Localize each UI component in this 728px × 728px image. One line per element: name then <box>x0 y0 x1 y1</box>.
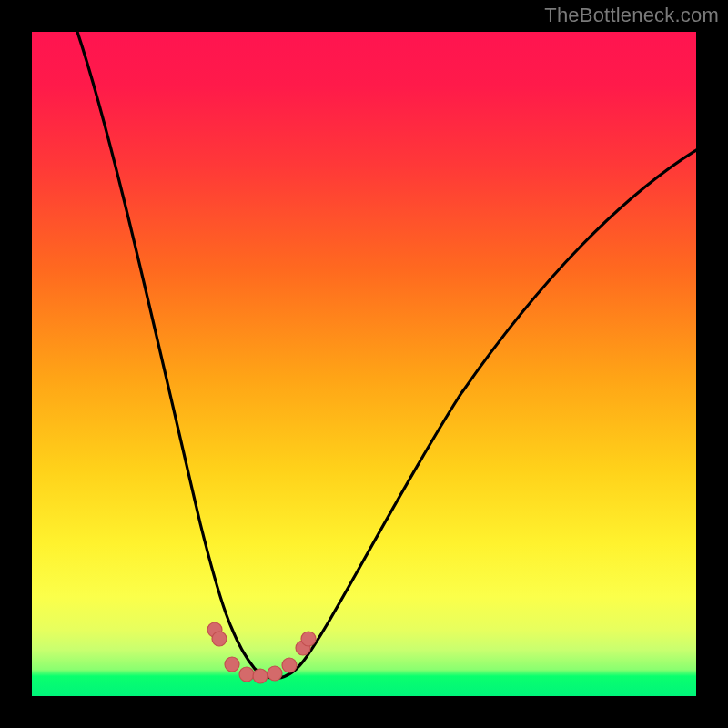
marker-dot <box>268 666 282 681</box>
marker-dot <box>282 658 297 672</box>
marker-dot <box>225 657 239 672</box>
chart-frame: TheBottleneck.com <box>0 0 728 728</box>
marker-dot <box>239 667 254 682</box>
bottleneck-curve-svg <box>32 32 696 696</box>
trough-markers <box>207 622 316 683</box>
watermark-text: TheBottleneck.com <box>544 4 719 27</box>
plot-area <box>32 32 696 696</box>
marker-dot <box>301 632 316 646</box>
marker-dot <box>212 632 227 646</box>
marker-dot <box>253 669 268 683</box>
bottleneck-curve-path <box>77 32 696 678</box>
